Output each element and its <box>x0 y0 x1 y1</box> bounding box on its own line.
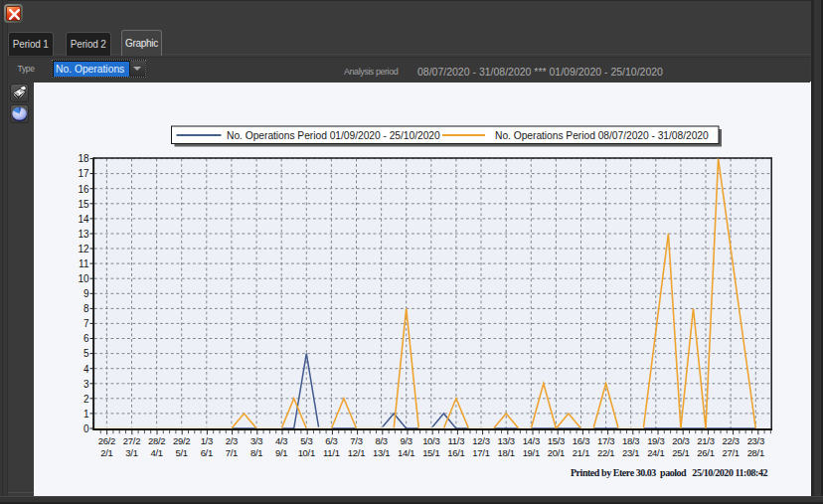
svg-text:6/3: 6/3 <box>325 435 337 446</box>
svg-text:18/1: 18/1 <box>498 447 515 458</box>
svg-text:27/1: 27/1 <box>722 447 739 458</box>
svg-text:22/1: 22/1 <box>597 447 614 458</box>
svg-text:28/1: 28/1 <box>747 447 764 458</box>
svg-text:8/3: 8/3 <box>375 435 387 446</box>
svg-text:9/3: 9/3 <box>401 435 412 446</box>
svg-text:23/1: 23/1 <box>622 447 639 458</box>
svg-text:18/3: 18/3 <box>622 435 639 446</box>
svg-text:20/3: 20/3 <box>672 435 689 446</box>
svg-text:2: 2 <box>83 394 89 405</box>
svg-text:15/1: 15/1 <box>422 447 439 458</box>
svg-text:21/3: 21/3 <box>697 435 714 446</box>
svg-text:11/1: 11/1 <box>323 447 340 458</box>
svg-text:13/1: 13/1 <box>373 447 390 458</box>
svg-text:10/3: 10/3 <box>422 435 439 446</box>
svg-text:6/1: 6/1 <box>201 447 213 458</box>
svg-text:9/1: 9/1 <box>275 447 287 458</box>
svg-text:26/2: 26/2 <box>98 435 115 446</box>
svg-text:14/1: 14/1 <box>398 447 414 458</box>
svg-text:3/3: 3/3 <box>250 435 262 446</box>
svg-text:14: 14 <box>78 214 89 225</box>
svg-text:10: 10 <box>78 273 89 284</box>
svg-text:3/1: 3/1 <box>125 447 137 458</box>
svg-text:20/1: 20/1 <box>548 447 565 458</box>
svg-text:5: 5 <box>83 348 89 359</box>
svg-text:26/1: 26/1 <box>697 447 714 458</box>
svg-text:14/3: 14/3 <box>523 435 540 446</box>
svg-text:13/3: 13/3 <box>498 435 515 446</box>
svg-text:4/3: 4/3 <box>275 435 287 446</box>
svg-text:12/1: 12/1 <box>348 447 365 458</box>
svg-text:16/1: 16/1 <box>447 447 464 458</box>
svg-text:3: 3 <box>83 379 89 390</box>
svg-text:13: 13 <box>78 229 89 240</box>
svg-text:17/1: 17/1 <box>472 447 489 458</box>
svg-text:7/3: 7/3 <box>350 435 362 446</box>
svg-text:17: 17 <box>78 168 89 179</box>
svg-text:25/1: 25/1 <box>672 447 689 458</box>
svg-text:2/1: 2/1 <box>100 447 112 458</box>
svg-text:4: 4 <box>83 364 89 375</box>
svg-text:19/1: 19/1 <box>523 447 540 458</box>
svg-text:15/3: 15/3 <box>548 435 565 446</box>
svg-text:24/1: 24/1 <box>647 447 664 458</box>
svg-text:27/2: 27/2 <box>123 435 140 446</box>
svg-text:No. Operations Period 08/07/20: No. Operations Period 08/07/2020 - 31/08… <box>495 130 709 141</box>
svg-text:28/2: 28/2 <box>148 435 165 446</box>
svg-text:21/1: 21/1 <box>573 447 589 458</box>
svg-text:2/3: 2/3 <box>226 435 238 446</box>
svg-text:5/1: 5/1 <box>176 447 188 458</box>
svg-text:No. Operations Period 01/09/20: No. Operations Period 01/09/2020 - 25/10… <box>227 130 440 141</box>
svg-text:7: 7 <box>83 318 89 329</box>
svg-text:12/3: 12/3 <box>472 435 489 446</box>
svg-text:7/1: 7/1 <box>226 447 238 458</box>
svg-text:11: 11 <box>79 258 89 269</box>
svg-text:10/1: 10/1 <box>298 447 315 458</box>
svg-text:1: 1 <box>83 409 89 420</box>
svg-text:16/3: 16/3 <box>573 435 589 446</box>
svg-text:9: 9 <box>83 288 89 299</box>
svg-text:11/3: 11/3 <box>448 435 465 446</box>
svg-text:Printed by Etere 30.03 paolod: Printed by Etere 30.03 paolod 25/10/2020… <box>571 467 768 478</box>
svg-text:1/3: 1/3 <box>201 435 213 446</box>
svg-text:19/3: 19/3 <box>647 435 664 446</box>
svg-text:8: 8 <box>83 303 89 314</box>
svg-text:17/3: 17/3 <box>597 435 614 446</box>
svg-text:29/2: 29/2 <box>173 435 190 446</box>
svg-text:0: 0 <box>83 423 89 434</box>
svg-text:8/1: 8/1 <box>250 447 262 458</box>
svg-text:6: 6 <box>83 333 89 344</box>
svg-text:12: 12 <box>78 244 89 254</box>
svg-text:15: 15 <box>78 199 89 210</box>
svg-text:5/3: 5/3 <box>300 435 312 446</box>
svg-text:23/3: 23/3 <box>747 435 764 446</box>
svg-text:4/1: 4/1 <box>150 447 162 458</box>
svg-text:22/3: 22/3 <box>722 435 739 446</box>
svg-text:18: 18 <box>78 153 89 164</box>
svg-text:16: 16 <box>78 184 89 195</box>
